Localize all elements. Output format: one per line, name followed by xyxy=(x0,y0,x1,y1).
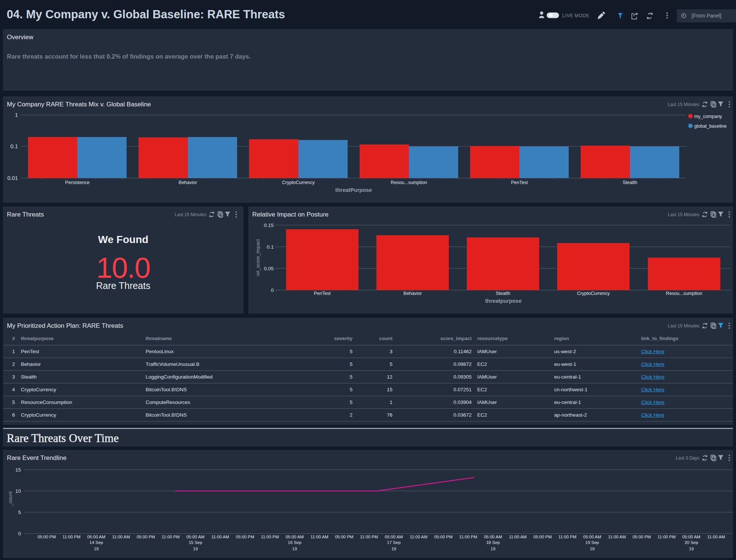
svg-text:rel_score_impact: rel_score_impact xyxy=(255,239,261,276)
svg-text:PenTest: PenTest xyxy=(314,291,331,296)
svg-text:20 Sep: 20 Sep xyxy=(684,540,698,545)
svg-text:0: 0 xyxy=(271,287,274,293)
svg-text:Stealth: Stealth xyxy=(496,291,510,296)
svg-text:CryptoCurrency: CryptoCurrency xyxy=(577,291,610,296)
svg-text:global_baseline: global_baseline xyxy=(694,124,727,129)
svg-text:1: 1 xyxy=(15,112,18,118)
svg-text:05:00 PM: 05:00 PM xyxy=(236,535,254,539)
svg-text:19: 19 xyxy=(193,547,198,551)
svg-text:11:00 AM: 11:00 AM xyxy=(311,535,329,539)
svg-text:11:00 AM: 11:00 AM xyxy=(509,535,527,539)
svg-text:11:00 AM: 11:00 AM xyxy=(707,535,725,539)
svg-text:11:00 AM: 11:00 AM xyxy=(211,535,229,539)
svg-text:16 Sep: 16 Sep xyxy=(288,540,301,545)
svg-text:05:00 AM: 05:00 AM xyxy=(583,535,602,539)
svg-text:05:00 PM: 05:00 PM xyxy=(434,535,453,539)
svg-text:05:00 AM: 05:00 AM xyxy=(186,535,205,539)
svg-text:0.15: 0.15 xyxy=(264,223,274,228)
svg-text:05:00 AM: 05:00 AM xyxy=(385,535,403,539)
svg-text:0.01: 0.01 xyxy=(7,175,18,181)
svg-text:05:00 PM: 05:00 PM xyxy=(533,535,552,539)
svg-text:Resou...sumption: Resou...sumption xyxy=(666,291,702,296)
svg-text:19: 19 xyxy=(391,547,396,551)
svg-text:17 Sep: 17 Sep xyxy=(387,540,400,545)
svg-text:11:00 PM: 11:00 PM xyxy=(162,535,180,539)
svg-text:11:00 PM: 11:00 PM xyxy=(558,535,576,539)
svg-text:11:00 PM: 11:00 PM xyxy=(360,535,378,539)
svg-text:11:00 PM: 11:00 PM xyxy=(459,535,477,539)
svg-text:Persistence: Persistence xyxy=(65,180,89,185)
svg-text:05:00 PM: 05:00 PM xyxy=(137,535,155,539)
svg-text:05:00 PM: 05:00 PM xyxy=(633,535,651,539)
svg-text:_count: _count xyxy=(7,491,13,506)
svg-text:14 Sep: 14 Sep xyxy=(90,540,103,545)
svg-text:PenTest: PenTest xyxy=(511,180,528,185)
svg-text:19: 19 xyxy=(94,547,99,551)
svg-text:05:00 AM: 05:00 AM xyxy=(87,535,106,539)
svg-text:threatPurpose: threatPurpose xyxy=(335,187,372,193)
svg-text:11:00 PM: 11:00 PM xyxy=(261,535,279,539)
svg-text:0.05: 0.05 xyxy=(264,266,274,271)
svg-text:15: 15 xyxy=(15,467,21,473)
svg-text:05:00 AM: 05:00 AM xyxy=(484,535,502,539)
svg-text:11:00 AM: 11:00 AM xyxy=(410,535,428,539)
svg-text:0.1: 0.1 xyxy=(10,143,18,149)
svg-text:05:00 AM: 05:00 AM xyxy=(286,535,304,539)
svg-text:CryptoCurrency: CryptoCurrency xyxy=(282,180,315,185)
svg-text:19: 19 xyxy=(590,547,594,551)
svg-text:11:00 PM: 11:00 PM xyxy=(658,535,676,539)
svg-text:Behavior: Behavior xyxy=(178,180,197,185)
svg-text:05:00 PM: 05:00 PM xyxy=(37,535,56,539)
svg-text:0.1: 0.1 xyxy=(267,244,274,250)
svg-text:05:00 AM: 05:00 AM xyxy=(682,535,701,539)
svg-text:Stealth: Stealth xyxy=(623,180,637,185)
svg-text:19: 19 xyxy=(292,547,297,551)
svg-text:Resou...sumption: Resou...sumption xyxy=(391,180,427,185)
svg-text:threatpurpose: threatpurpose xyxy=(485,298,522,304)
svg-text:15 Sep: 15 Sep xyxy=(189,540,202,545)
svg-text:11:00 AM: 11:00 AM xyxy=(608,535,626,539)
svg-text:my_company: my_company xyxy=(694,114,722,119)
svg-text:05:00 PM: 05:00 PM xyxy=(335,535,353,539)
svg-text:19 Sep: 19 Sep xyxy=(586,540,599,545)
svg-text:11:00 AM: 11:00 AM xyxy=(112,535,130,539)
svg-text:10: 10 xyxy=(15,488,21,494)
svg-text:0: 0 xyxy=(18,531,21,536)
svg-text:11:00 PM: 11:00 PM xyxy=(62,535,80,539)
svg-text:19: 19 xyxy=(491,547,496,551)
svg-text:18 Sep: 18 Sep xyxy=(486,540,500,545)
svg-text:19: 19 xyxy=(689,547,694,551)
svg-text:5: 5 xyxy=(18,510,21,515)
